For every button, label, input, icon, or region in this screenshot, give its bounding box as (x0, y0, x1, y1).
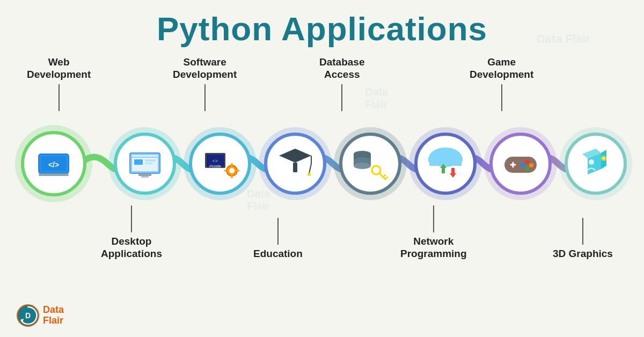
label-game-dev: Game Development (470, 56, 533, 111)
svg-text://code: //code (209, 164, 221, 169)
label-db-access: Database Access (319, 56, 365, 111)
svg-rect-31 (293, 163, 297, 172)
svg-rect-15 (145, 163, 152, 164)
svg-text:D: D (25, 311, 31, 320)
svg-point-34 (308, 173, 311, 176)
svg-text:</>: </> (48, 160, 59, 169)
svg-point-41 (354, 163, 371, 169)
svg-rect-55 (451, 168, 455, 173)
brand-name: Data Flair (43, 305, 64, 326)
svg-rect-13 (134, 159, 143, 165)
chain-area: </> <> //code (11, 56, 633, 260)
label-web-dev: Web Development (27, 56, 91, 111)
chain-svg: </> <> //code (11, 110, 633, 217)
svg-rect-53 (442, 168, 445, 173)
svg-point-70 (589, 159, 594, 165)
svg-rect-51 (429, 157, 462, 166)
diagram-container: </> <> //code (0, 56, 644, 335)
svg-text:<>: <> (213, 158, 218, 164)
svg-rect-4 (39, 173, 69, 176)
svg-point-63 (525, 166, 529, 171)
svg-rect-14 (145, 159, 156, 162)
brand-logo: D Data Flair (16, 304, 64, 327)
label-desktop-apps: Desktop Applications (101, 206, 162, 260)
label-education: Education (253, 218, 303, 260)
logo-icon: D (16, 304, 40, 327)
svg-point-64 (521, 163, 525, 167)
page-title: Python Applications (0, 0, 644, 48)
svg-point-23 (229, 168, 235, 173)
svg-point-61 (525, 160, 529, 164)
svg-point-62 (529, 163, 533, 167)
svg-point-72 (603, 157, 605, 159)
svg-rect-11 (141, 176, 149, 178)
label-network-prog: Network Programming (400, 206, 467, 260)
svg-rect-10 (138, 173, 151, 176)
label-3d-graphics: 3D Graphics (553, 218, 613, 260)
label-software-dev: Software Development (173, 56, 237, 111)
